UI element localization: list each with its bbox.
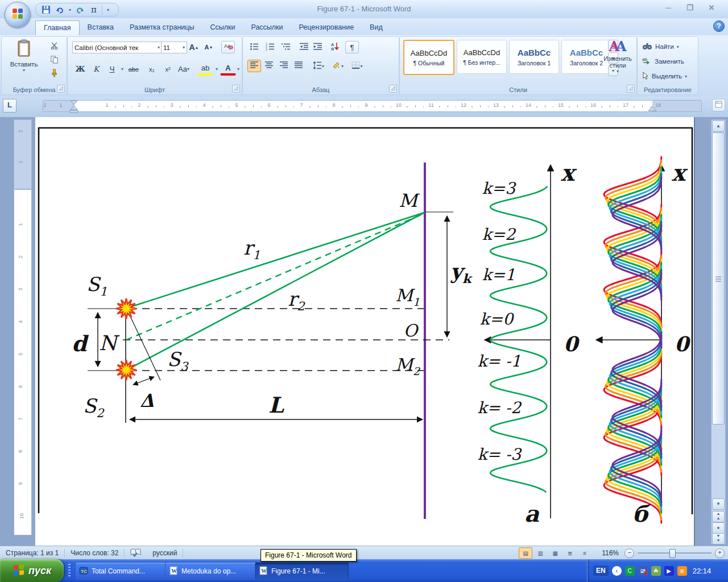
zoom-level[interactable]: 116% [596,548,624,558]
sort-button[interactable]: АЯ [328,41,342,53]
hide-icons-chevron[interactable]: ‹ [612,566,622,576]
close-button[interactable]: ✕ [703,3,720,13]
next-object-button[interactable]: ▼▼ [712,533,725,544]
save-icon[interactable] [40,5,52,15]
previous-object-button[interactable]: ▲▲ [712,511,725,522]
change-case-button[interactable]: Aa▾ [176,62,192,76]
font-family-combo[interactable]: Calibri (Основной тек▾ [72,41,162,53]
borders-button[interactable]: ▾ [349,60,366,72]
clipboard-dialog-launcher[interactable]: ◿ [57,85,65,93]
bold-button[interactable]: Ж [72,62,88,76]
outline-view-button[interactable]: ≣ [563,547,577,559]
paragraph-dialog-launcher[interactable]: ◿ [389,85,397,93]
style-card-3[interactable]: AaBbCcЗаголовок 1 [509,40,559,74]
help-button[interactable]: ? [713,20,725,32]
web-layout-button[interactable]: ▦ [548,547,562,559]
style-card-2[interactable]: AaBbCcDd¶ Без интер... [457,40,507,74]
highlight-button[interactable]: ab [197,62,213,76]
tray-network-error-icon[interactable]: 🖳✕ [638,566,648,576]
scrollbar-thumb[interactable] [712,132,725,425]
tab-ссылки[interactable]: Ссылки [202,20,243,35]
multilevel-list-button[interactable] [279,41,293,53]
select-browse-object-button[interactable]: ● [712,522,725,534]
shrink-font-button[interactable]: A▼ [202,41,216,53]
taskbar-task-3[interactable]: WFigure 67-1 - Mi... [255,562,349,580]
zoom-out-button[interactable]: − [624,548,634,558]
language-bar[interactable]: EN [593,566,609,576]
word-count[interactable]: Число слов: 32 [65,548,124,558]
language-indicator[interactable]: русский [147,548,183,558]
tab-вставка[interactable]: Вставка [80,20,122,35]
undo-dropdown-icon[interactable]: ▾ [68,5,72,15]
styles-dialog-launcher[interactable]: ◿ [627,85,635,93]
office-button[interactable] [5,2,31,28]
select-button[interactable]: Выделить ▾ [642,70,687,82]
cut-button[interactable] [47,40,61,53]
restore-button[interactable]: ❐ [681,3,698,13]
find-button[interactable]: Найти ▾ [642,40,679,53]
font-dialog-launcher[interactable]: ◿ [232,85,240,93]
equation-button[interactable]: π [88,5,100,15]
align-left-button[interactable] [247,60,261,72]
tab-рассылки[interactable]: Рассылки [243,20,291,35]
underline-dropdown-icon[interactable]: ▾ [119,62,126,76]
paste-button[interactable]: Вставить ▾ [6,39,42,73]
highlight-dropdown-icon[interactable]: ▾ [213,62,220,76]
tab-рецензирование[interactable]: Рецензирование [291,20,362,35]
shading-button[interactable]: ▾ [329,60,346,72]
draft-view-button[interactable]: ≡ [578,547,592,559]
redo-icon[interactable] [75,5,86,15]
italic-button[interactable]: K [88,62,104,76]
minimize-button[interactable]: ─ [660,3,677,13]
change-styles-button[interactable]: AA Изменить стили ▾ [600,38,635,74]
align-center-button[interactable] [262,60,276,72]
bullets-button[interactable] [247,41,261,53]
tab-stop-selector[interactable]: L [3,99,16,113]
tab-вид[interactable]: Вид [362,20,391,35]
strikethrough-button[interactable]: abe [126,62,142,76]
document-page[interactable] [35,117,694,546]
indent-markers[interactable] [67,99,81,114]
replace-button[interactable]: ab Заменить [642,55,684,68]
taskbar-task-1[interactable]: TCTotal Command... [75,562,169,580]
tray-agent-icon[interactable]: ☘ [651,566,661,576]
start-button[interactable]: пуск [0,559,64,582]
grow-font-button[interactable]: A▲ [187,41,201,53]
spellcheck-status[interactable] [125,548,147,558]
tab-home[interactable]: Главная [35,20,80,35]
style-card-1[interactable]: AaBbCcDd¶ Обычный [403,40,454,75]
subscript-button[interactable]: x₂ [144,62,160,76]
full-screen-reading-button[interactable]: ▥ [533,547,547,559]
tray-cd-app-icon[interactable]: C [625,566,635,576]
decrease-indent-button[interactable] [297,41,311,53]
scroll-up-button[interactable]: ▲ [712,120,725,132]
font-color-dropdown-icon[interactable]: ▾ [235,62,242,76]
font-color-button[interactable]: А [220,62,236,76]
tab-разметка-страницы[interactable]: Разметка страницы [122,20,202,35]
superscript-button[interactable]: x² [160,62,176,76]
undo-icon[interactable] [54,5,65,15]
taskbar-task-2[interactable]: WMetoduka do op... [165,562,259,580]
ruler-toggle-button[interactable] [712,99,725,111]
numbering-button[interactable]: 123 [263,41,277,53]
show-marks-button[interactable]: ¶ [345,41,359,53]
qat-more-icon[interactable]: ▾ [102,5,114,15]
tray-organizer-icon[interactable]: ≣ [677,566,687,576]
zoom-in-button[interactable]: + [715,548,725,558]
justify-button[interactable] [292,60,305,72]
scroll-down-button[interactable]: ▼ [712,498,725,510]
zoom-slider[interactable] [638,552,712,554]
line-spacing-button[interactable]: ▾ [310,60,327,72]
format-painter-button[interactable] [47,68,61,80]
underline-button[interactable]: Ч [104,62,120,76]
copy-button[interactable] [47,54,61,66]
clear-formatting-button[interactable]: Aa [221,41,235,53]
tray-player-icon[interactable]: ▶ [664,566,674,576]
page-indicator[interactable]: Страница: 1 из 1 [0,548,64,558]
font-size-combo[interactable]: 11▾ [161,41,187,53]
print-layout-view-button[interactable]: ▤ [519,547,532,559]
right-indent-marker[interactable] [647,105,659,112]
zoom-slider-thumb[interactable] [669,549,676,558]
align-right-button[interactable] [277,60,291,72]
increase-indent-button[interactable] [311,41,325,53]
